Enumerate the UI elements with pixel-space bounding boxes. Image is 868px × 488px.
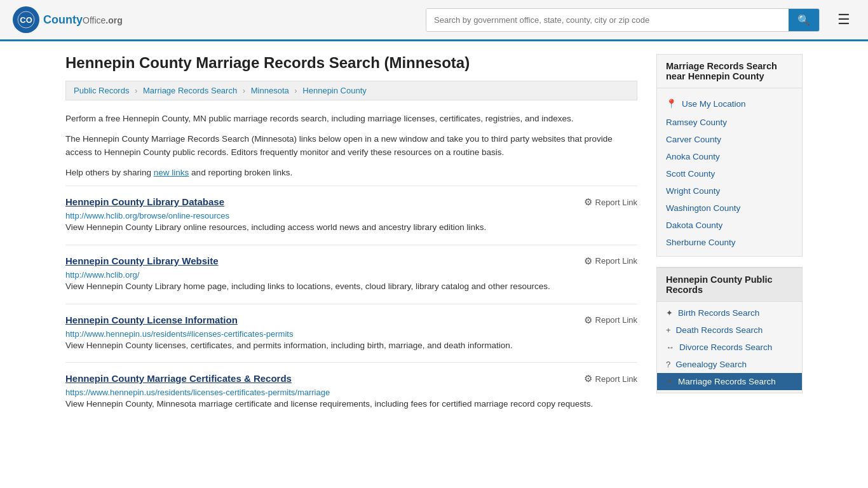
nearby-items: 📍 Use My Location Ramsey CountyCarver Co…: [657, 88, 802, 256]
link-url[interactable]: http://www.hclib.org/browse/online-resou…: [65, 211, 229, 220]
link-title[interactable]: Hennepin County Library Database: [65, 196, 224, 207]
nearby-county-link[interactable]: Ramsey County: [666, 118, 727, 127]
nearby-county-item[interactable]: Anoka County: [657, 148, 802, 165]
public-records-item[interactable]: + Death Records Search: [657, 322, 802, 339]
link-desc: View Hennepin County, Minnesota marriage…: [65, 397, 637, 411]
site-logo[interactable]: CO CountyOffice.org: [13, 6, 123, 33]
report-link[interactable]: ⚙ Report Link: [584, 315, 637, 326]
link-title[interactable]: Hennepin County Library Website: [65, 255, 219, 266]
public-records-link[interactable]: Death Records Search: [676, 325, 763, 335]
breadcrumb-marriage-records[interactable]: Marriage Records Search: [143, 86, 237, 95]
report-icon: ⚙: [584, 315, 592, 326]
report-link[interactable]: ⚙ Report Link: [584, 196, 637, 208]
nearby-county-link[interactable]: Carver County: [666, 135, 721, 144]
use-location[interactable]: 📍 Use My Location: [657, 93, 802, 114]
link-desc: View Hennepin County licenses, certifica…: [65, 339, 637, 353]
public-records-title: Hennepin County Public Records: [657, 268, 802, 302]
public-records-item[interactable]: ? Genealogy Search: [657, 356, 802, 373]
public-records-section: Hennepin County Public Records ✦ Birth R…: [656, 267, 803, 393]
logo-icon: CO: [13, 6, 39, 33]
link-url[interactable]: http://www.hennepin.us/residents#license…: [65, 329, 293, 339]
public-records-link[interactable]: Birth Records Search: [678, 308, 759, 318]
link-url[interactable]: http://www.hclib.org/: [65, 270, 139, 280]
nearby-county-item[interactable]: Washington County: [657, 200, 802, 217]
breadcrumb: Public Records › Marriage Records Search…: [65, 81, 637, 100]
public-records-icon: ?: [666, 360, 670, 369]
nearby-county-link[interactable]: Wright County: [666, 186, 720, 196]
link-entries: Hennepin County Library Database ⚙ Repor…: [65, 186, 637, 421]
link-entry: Hennepin County Library Database ⚙ Repor…: [65, 186, 637, 245]
nearby-title: Marriage Records Search near Hennepin Co…: [657, 55, 802, 88]
site-header: CO CountyOffice.org 🔍 ☰: [0, 0, 868, 41]
public-records-list: ✦ Birth Records Search + Death Records S…: [657, 302, 802, 393]
nearby-county-item[interactable]: Carver County: [657, 131, 802, 148]
link-entry: Hennepin County Marriage Certificates & …: [65, 362, 637, 421]
nearby-county-link[interactable]: Dakota County: [666, 220, 722, 230]
svg-text:CO: CO: [20, 15, 32, 25]
public-records-link[interactable]: Genealogy Search: [675, 360, 747, 369]
description-2: The Hennepin County Marriage Records Sea…: [65, 132, 637, 159]
public-records-icon: ⚭: [666, 377, 673, 386]
public-records-link[interactable]: Marriage Records Search: [678, 377, 776, 386]
nearby-section: Marriage Records Search near Hennepin Co…: [656, 54, 803, 257]
new-links-link[interactable]: new links: [154, 168, 189, 177]
search-button[interactable]: 🔍: [789, 9, 819, 31]
public-records-item[interactable]: ↔ Divorce Records Search: [657, 339, 802, 356]
report-link[interactable]: ⚙ Report Link: [584, 255, 637, 267]
nearby-county-item[interactable]: Wright County: [657, 182, 802, 200]
public-records-icon: ↔: [666, 342, 674, 352]
link-title[interactable]: Hennepin County Marriage Certificates & …: [65, 373, 292, 384]
link-entry: Hennepin County Library Website ⚙ Report…: [65, 245, 637, 304]
nearby-county-link[interactable]: Washington County: [666, 203, 740, 213]
search-bar: 🔍: [426, 8, 820, 32]
breadcrumb-minnesota[interactable]: Minnesota: [251, 86, 289, 95]
link-desc: View Hennepin County Library home page, …: [65, 280, 637, 294]
report-link[interactable]: ⚙ Report Link: [584, 373, 637, 384]
public-records-item[interactable]: ✦ Birth Records Search: [657, 304, 802, 322]
nearby-county-item[interactable]: Dakota County: [657, 217, 802, 234]
link-desc: View Hennepin County Library online reso…: [65, 220, 637, 234]
use-location-link[interactable]: Use My Location: [682, 99, 746, 109]
public-records-link[interactable]: Divorce Records Search: [679, 342, 772, 352]
search-input[interactable]: [426, 9, 789, 31]
sidebar: Marriage Records Search near Hennepin Co…: [656, 54, 803, 421]
nearby-county-link[interactable]: Sherburne County: [666, 238, 736, 247]
public-records-icon: +: [666, 325, 671, 335]
description-1: Perform a free Hennepin County, MN publi…: [65, 112, 637, 126]
logo-text: CountyOffice.org: [43, 13, 123, 27]
pin-icon: 📍: [666, 98, 677, 109]
nearby-county-link[interactable]: Anoka County: [666, 152, 720, 161]
link-entry: Hennepin County License Information ⚙ Re…: [65, 304, 637, 363]
main-container: Hennepin County Marriage Records Search …: [53, 41, 815, 434]
nearby-counties-list: Ramsey CountyCarver CountyAnoka CountySc…: [657, 114, 802, 251]
breadcrumb-hennepin[interactable]: Hennepin County: [302, 86, 366, 95]
public-records-item[interactable]: ⚭ Marriage Records Search: [657, 373, 802, 390]
description-3: Help others by sharing new links and rep…: [65, 166, 637, 180]
link-url[interactable]: https://www.hennepin.us/residents/licens…: [65, 388, 330, 397]
nearby-county-item[interactable]: Scott County: [657, 165, 802, 182]
link-title[interactable]: Hennepin County License Information: [65, 315, 238, 325]
report-icon: ⚙: [584, 196, 592, 208]
page-title: Hennepin County Marriage Records Search …: [65, 54, 637, 72]
content-area: Hennepin County Marriage Records Search …: [65, 54, 637, 421]
public-records-icon: ✦: [666, 308, 673, 318]
nearby-county-item[interactable]: Ramsey County: [657, 114, 802, 131]
menu-button[interactable]: ☰: [832, 9, 855, 30]
report-icon: ⚙: [584, 255, 592, 267]
report-icon: ⚙: [584, 373, 592, 384]
nearby-county-item[interactable]: Sherburne County: [657, 234, 802, 251]
nearby-county-link[interactable]: Scott County: [666, 169, 715, 179]
breadcrumb-public-records[interactable]: Public Records: [74, 86, 129, 95]
